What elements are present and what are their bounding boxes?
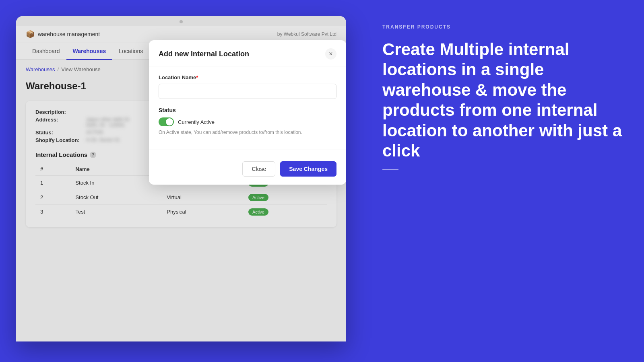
toggle-label: Currently Active (178, 119, 215, 125)
modal-overlay: Add new Internal Location × Location Nam… (16, 16, 346, 341)
close-button[interactable]: Close (242, 161, 275, 177)
modal-divider (149, 150, 346, 150)
toggle-row: Currently Active (159, 117, 336, 126)
location-name-input[interactable] (159, 84, 336, 99)
modal-body: Location Name* Status Currently Active O… (149, 66, 346, 150)
modal-close-button[interactable]: × (325, 48, 336, 60)
app-window: 📦 warehouse management by Webkul Softwar… (16, 16, 346, 341)
right-panel-divider (382, 169, 398, 170)
status-section-title: Status (159, 107, 336, 113)
modal-header: Add new Internal Location × (149, 40, 346, 66)
right-panel-label: TRANSFER PRODUCTS (382, 24, 624, 30)
modal-footer: Close Save Changes (149, 156, 346, 185)
right-panel-heading: Create Multiple internal locations in a … (382, 39, 624, 161)
modal-title: Add new Internal Location (159, 50, 249, 58)
status-description: On Active state, You can add/remove prod… (159, 130, 336, 135)
location-name-label: Location Name* (159, 74, 336, 80)
active-toggle[interactable] (159, 117, 174, 126)
left-panel: 📦 warehouse management by Webkul Softwar… (0, 0, 362, 362)
add-location-modal: Add new Internal Location × Location Nam… (149, 40, 346, 185)
required-indicator: * (196, 74, 198, 80)
right-panel: TRANSFER PRODUCTS Create Multiple intern… (362, 0, 644, 362)
save-changes-button[interactable]: Save Changes (280, 161, 336, 177)
